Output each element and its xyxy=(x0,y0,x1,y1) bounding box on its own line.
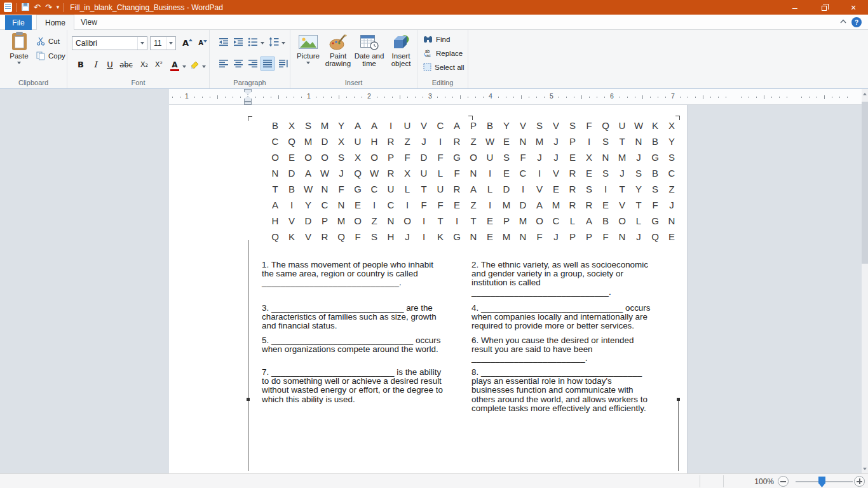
word-search-letter: R xyxy=(564,165,581,181)
zoom-out-button[interactable] xyxy=(778,476,789,487)
word-search-letter: Q xyxy=(647,229,663,245)
word-search-letter: C xyxy=(316,197,333,213)
word-search-letter: N xyxy=(465,165,482,181)
zoom-slider[interactable] xyxy=(796,481,853,482)
bullets-dropdown-icon[interactable] xyxy=(261,42,264,44)
zoom-in-button[interactable] xyxy=(854,476,865,487)
restore-button[interactable] xyxy=(810,0,839,15)
shrink-font-icon: A xyxy=(198,39,203,46)
italic-button[interactable]: I xyxy=(88,58,102,71)
word-search-letter: C xyxy=(267,133,283,149)
paste-button[interactable]: Paste xyxy=(4,33,34,64)
shrink-font-button[interactable]: A xyxy=(194,36,208,50)
justify-button[interactable] xyxy=(261,57,275,71)
word-search-letter: S xyxy=(300,118,316,133)
strikethrough-button[interactable]: abc xyxy=(118,58,135,71)
word-search-letter: S xyxy=(564,118,581,133)
word-search-letter: C xyxy=(366,181,383,197)
word-search-letter: I xyxy=(597,181,614,197)
collapse-ribbon-button[interactable] xyxy=(840,19,846,24)
select-all-button[interactable]: Select all xyxy=(423,63,465,71)
align-right-button[interactable] xyxy=(246,57,260,71)
align-left-button[interactable] xyxy=(217,57,231,71)
highlight-button[interactable] xyxy=(188,58,202,71)
superscript-button[interactable]: X² xyxy=(152,58,166,71)
qat-customize-button[interactable]: ▾ xyxy=(57,3,60,11)
word-search-letter: C xyxy=(383,197,399,213)
word-search-letter: N xyxy=(630,133,647,149)
word-search-letter: D xyxy=(316,133,333,149)
word-search-letter: T xyxy=(432,213,449,229)
find-button[interactable]: Find xyxy=(423,35,450,43)
decrease-indent-button[interactable] xyxy=(217,35,231,49)
align-center-icon xyxy=(233,58,243,69)
help-button[interactable]: ? xyxy=(851,17,862,27)
paragraph-dialog-button[interactable] xyxy=(276,57,290,71)
close-button[interactable]: × xyxy=(839,0,868,15)
font-family-dropdown-icon xyxy=(137,37,147,50)
subscript-button[interactable]: X₂ xyxy=(137,58,151,71)
tab-view[interactable]: View xyxy=(72,15,105,30)
align-center-button[interactable] xyxy=(231,57,245,71)
underline-button[interactable]: U xyxy=(103,58,117,71)
bold-button[interactable]: B xyxy=(74,58,88,71)
word-search-letter: G xyxy=(449,229,465,245)
word-search-letter: M xyxy=(498,229,515,245)
font-family-value: Calibri xyxy=(76,39,97,48)
word-search-letter: F xyxy=(432,197,449,213)
ruler-number: 7 xyxy=(671,92,675,100)
undo-button[interactable]: ↶ xyxy=(34,3,41,11)
word-search-letter: D xyxy=(498,181,515,197)
vertical-scrollbar[interactable] xyxy=(862,89,868,473)
worksheet-border-line xyxy=(248,240,248,471)
save-button[interactable] xyxy=(22,3,29,12)
paste-label: Paste xyxy=(10,52,28,60)
picture-button[interactable]: Picture xyxy=(294,34,323,64)
document-page[interactable]: BXSMYAAIUVCAPBYVSVSFQUWKXCQMDXUHRZJIRZWE… xyxy=(169,105,688,473)
tab-home[interactable]: Home xyxy=(36,15,74,30)
minimize-button[interactable]: – xyxy=(780,0,810,15)
file-tab[interactable]: File xyxy=(5,15,32,30)
font-color-button[interactable]: A xyxy=(168,58,182,71)
word-search-letter: L xyxy=(399,181,416,197)
font-family-select[interactable]: Calibri xyxy=(72,36,147,50)
ruler-number: 5 xyxy=(550,92,553,100)
font-color-dropdown-icon[interactable] xyxy=(182,65,186,68)
scroll-up-arrow[interactable] xyxy=(862,89,868,98)
scroll-down-arrow[interactable] xyxy=(862,464,868,473)
replace-button[interactable]: abac Replace xyxy=(423,49,463,57)
word-search-letter: S xyxy=(498,149,515,165)
copy-button[interactable]: Copy xyxy=(36,50,65,62)
line-spacing-dropdown-icon[interactable] xyxy=(281,42,285,44)
decrease-indent-icon xyxy=(219,37,229,47)
word-search-letter: A xyxy=(449,118,465,133)
insert-object-button[interactable]: Insert object xyxy=(386,34,416,67)
word-search-letter: I xyxy=(366,197,383,213)
word-search-letter: X xyxy=(399,165,416,181)
word-search-letter: R xyxy=(383,165,399,181)
paint-drawing-button[interactable]: Paint drawing xyxy=(323,34,353,67)
question-5: 5. ______________________________ occurs… xyxy=(262,336,466,354)
zoom-slider-thumb[interactable] xyxy=(818,477,825,487)
scrollbar-thumb[interactable] xyxy=(862,102,868,264)
highlight-dropdown-icon[interactable] xyxy=(202,65,206,68)
redo-button[interactable]: ↷ xyxy=(45,3,52,11)
wordpad-app-icon[interactable] xyxy=(4,3,12,12)
title-bar[interactable]: ↶ ↷ ▾ Fill_in_blank_Changing_Business - … xyxy=(0,0,868,15)
window-controls: – × xyxy=(780,0,868,15)
font-size-select[interactable]: 11 xyxy=(150,36,176,50)
line-spacing-button[interactable] xyxy=(267,35,281,49)
word-search-letter: E xyxy=(283,149,300,165)
word-search-letter: Q xyxy=(597,118,614,133)
increase-indent-button[interactable] xyxy=(231,35,245,49)
question-6: 6. When you cause the desired or intende… xyxy=(471,336,676,363)
bullets-button[interactable] xyxy=(246,35,260,49)
word-search-letter: I xyxy=(482,197,498,213)
word-search-letter: I xyxy=(581,133,597,149)
cut-button[interactable]: Cut xyxy=(36,35,60,48)
grow-font-button[interactable]: A xyxy=(179,36,193,50)
word-search-letter: W xyxy=(630,118,647,133)
date-time-button[interactable]: Date and time xyxy=(353,34,386,67)
paste-dropdown-icon xyxy=(17,62,21,64)
word-search-letter: B xyxy=(283,181,300,197)
